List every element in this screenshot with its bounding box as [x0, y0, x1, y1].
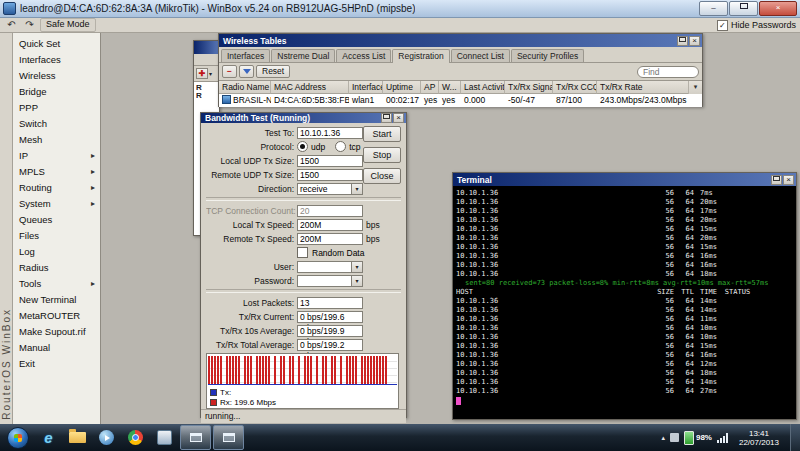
hide-passwords-checkbox[interactable]: ✓: [717, 20, 728, 31]
test-to-input[interactable]: [297, 127, 363, 139]
winbox-launcher-icon[interactable]: [152, 426, 177, 449]
remote-udp-size-input[interactable]: [297, 169, 363, 181]
chevron-down-icon[interactable]: ▾: [351, 184, 362, 194]
sidebar-item[interactable]: Mesh: [13, 131, 100, 147]
chevron-down-icon[interactable]: ▾: [351, 262, 362, 272]
sidebar-item[interactable]: IP ▸: [13, 147, 100, 163]
tray-app-icon[interactable]: [670, 433, 679, 442]
taskbar-open-window-button[interactable]: [213, 425, 244, 450]
safe-mode-button[interactable]: Safe Mode: [40, 18, 96, 32]
add-button[interactable]: ✚: [196, 68, 208, 79]
show-desktop-button[interactable]: [790, 424, 800, 451]
user-select[interactable]: ▾: [297, 261, 363, 273]
wireless-close-button[interactable]: ×: [689, 36, 700, 46]
terminal-output[interactable]: 10.10.1.36 56 64 7ms 10.10.1.36 56 64 20…: [453, 186, 796, 419]
bwtest-restore-button[interactable]: [381, 113, 392, 123]
sidebar-item[interactable]: New Terminal: [13, 291, 100, 307]
windows-explorer-icon[interactable]: [65, 426, 90, 449]
local-tx-speed-input[interactable]: [297, 219, 363, 231]
internet-explorer-icon[interactable]: e: [36, 426, 61, 449]
column-selector-icon[interactable]: ▾: [688, 81, 702, 94]
taskbar-clock[interactable]: 13:41 22/07/2013: [739, 429, 779, 447]
background-window-titlebar[interactable]: [194, 41, 219, 54]
hidden-icons-chevron[interactable]: ▴: [661, 434, 665, 442]
column-header[interactable]: Tx/Rx CCQ...: [553, 81, 597, 94]
sidebar-item[interactable]: Queues: [13, 211, 100, 227]
sidebar-item[interactable]: Wireless: [13, 67, 100, 83]
direction-select[interactable]: receive ▾: [297, 183, 363, 195]
protocol-udp-radio[interactable]: [297, 141, 308, 152]
start-button[interactable]: [7, 427, 29, 449]
column-header[interactable]: Uptime: [383, 81, 421, 94]
column-header[interactable]: Last Activit...: [461, 81, 505, 94]
sidebar-item[interactable]: PPP: [13, 99, 100, 115]
wireless-tab[interactable]: Security Profiles: [511, 49, 584, 62]
sidebar-item[interactable]: Files: [13, 227, 100, 243]
txrx-10s-avg-value: 0 bps/199.9 Mbps: [297, 325, 363, 337]
wireless-tab[interactable]: Connect List: [451, 49, 510, 62]
close-button[interactable]: Close: [363, 168, 401, 184]
add-dropdown-icon[interactable]: ▾: [209, 70, 212, 77]
filter-button[interactable]: [239, 65, 254, 78]
undo-button[interactable]: ↶: [4, 19, 19, 31]
sidebar-item[interactable]: MPLS ▸: [13, 163, 100, 179]
wireless-tab[interactable]: Interfaces: [221, 49, 270, 62]
sidebar-item[interactable]: MetaROUTER: [13, 307, 100, 323]
column-header[interactable]: MAC Address: [271, 81, 349, 94]
ping-result-line: 10.10.1.36 56 64 10ms: [456, 324, 793, 333]
sidebar-item[interactable]: Switch: [13, 115, 100, 131]
terminal-restore-button[interactable]: [771, 175, 782, 185]
sidebar-item[interactable]: Make Supout.rif: [13, 323, 100, 339]
column-header[interactable]: AP: [421, 81, 439, 94]
minimize-button[interactable]: –: [699, 1, 728, 16]
remote-tx-speed-input[interactable]: [297, 233, 363, 245]
stop-button[interactable]: Stop: [363, 147, 401, 163]
wireless-tab[interactable]: Nstreme Dual: [271, 49, 335, 62]
sidebar-item[interactable]: Quick Set: [13, 35, 100, 51]
local-udp-size-input[interactable]: [297, 155, 363, 167]
sidebar-item[interactable]: Tools ▸: [13, 275, 100, 291]
sidebar-item[interactable]: Exit: [13, 355, 100, 371]
bandwidth-test-titlebar[interactable]: Bandwidth Test (Running) ×: [201, 113, 406, 123]
terminal-close-button[interactable]: ×: [783, 175, 794, 185]
sidebar-item[interactable]: Radius: [13, 259, 100, 275]
window-controls: – ×: [698, 1, 797, 16]
wireless-titlebar[interactable]: Wireless Tables ×: [219, 34, 702, 47]
network-icon[interactable]: [717, 433, 728, 443]
start-button[interactable]: Start: [363, 126, 401, 142]
local-tx-speed-label: Local Tx Speed:: [206, 220, 297, 230]
hide-passwords-toggle[interactable]: ✓ Hide Passwords: [717, 20, 796, 31]
close-button[interactable]: ×: [759, 1, 797, 16]
redo-button[interactable]: ↷: [22, 19, 37, 31]
sidebar-item[interactable]: Interfaces: [13, 51, 100, 67]
battery-indicator[interactable]: 98%: [684, 431, 712, 445]
terminal-titlebar[interactable]: Terminal ×: [453, 173, 796, 186]
protocol-tcp-radio[interactable]: [335, 141, 346, 152]
bwtest-close-button[interactable]: ×: [393, 113, 404, 123]
chrome-icon[interactable]: [123, 426, 148, 449]
sidebar-item[interactable]: Routing ▸: [13, 179, 100, 195]
taskbar-winbox-window-button[interactable]: [180, 425, 211, 450]
column-header[interactable]: Tx/Rx Signal...: [505, 81, 553, 94]
wireless-tab[interactable]: Access List: [336, 49, 391, 62]
restore-button[interactable]: [729, 1, 758, 16]
sidebar-item[interactable]: Manual: [13, 339, 100, 355]
table-row[interactable]: BRASIL-N... D4:CA:6D:5B:38:FB wlan1 00:0…: [219, 94, 702, 107]
sidebar-item[interactable]: Bridge: [13, 83, 100, 99]
find-input[interactable]: [637, 66, 699, 78]
wireless-restore-button[interactable]: [677, 36, 688, 46]
column-header[interactable]: Radio Name: [219, 81, 271, 94]
wireless-tab[interactable]: Registration: [392, 49, 449, 63]
remove-button[interactable]: −: [222, 65, 237, 78]
sidebar-item[interactable]: Log: [13, 243, 100, 259]
chevron-down-icon[interactable]: ▾: [351, 276, 362, 286]
column-header[interactable]: Tx/Rx Rate: [597, 81, 688, 94]
column-header[interactable]: Interface: [349, 81, 383, 94]
reset-button[interactable]: Reset: [256, 65, 290, 78]
random-data-checkbox[interactable]: [297, 247, 308, 258]
sidebar-item[interactable]: System ▸: [13, 195, 100, 211]
password-select[interactable]: ▾: [297, 275, 363, 287]
column-header[interactable]: W...: [439, 81, 461, 94]
app-titlebar[interactable]: leandro@D4:CA:6D:62:8A:3A (MikroTik) - W…: [0, 0, 800, 18]
media-player-icon[interactable]: [94, 426, 119, 449]
